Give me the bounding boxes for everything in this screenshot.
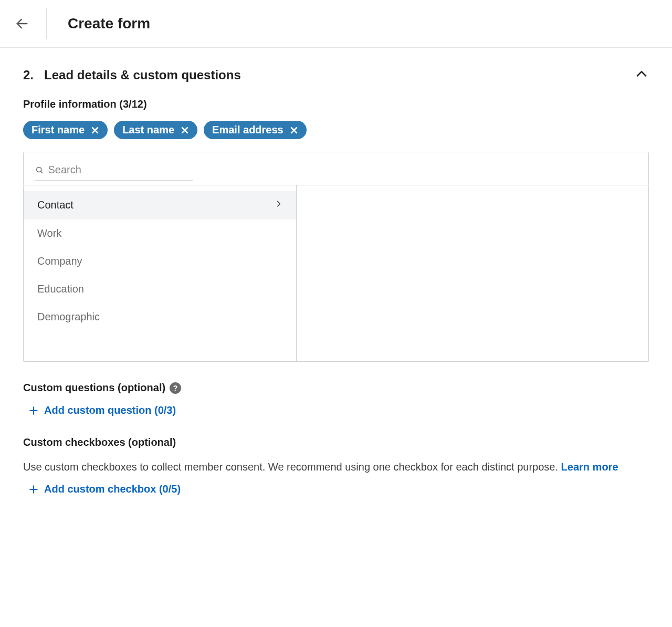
category-item-demographic[interactable]: Demographic bbox=[24, 303, 296, 331]
plus-icon bbox=[28, 405, 39, 416]
page-title: Create form bbox=[68, 15, 150, 32]
search-box bbox=[23, 152, 649, 185]
category-label: Work bbox=[37, 227, 61, 239]
arrow-left-icon bbox=[15, 16, 29, 31]
category-label: Contact bbox=[37, 199, 74, 211]
custom-checkboxes-description-text: Use custom checkboxes to collect member … bbox=[23, 461, 561, 473]
chip-label: First name bbox=[32, 124, 85, 136]
close-icon bbox=[91, 126, 99, 134]
page-header: Create form bbox=[0, 0, 672, 47]
chip-first-name[interactable]: First name bbox=[23, 121, 108, 139]
section-body: Profile information (3/12) First name La… bbox=[0, 98, 672, 516]
search-icon bbox=[35, 165, 44, 175]
section-title-text: Lead details & custom questions bbox=[44, 68, 241, 82]
add-custom-checkbox-button[interactable]: Add custom checkbox (0/5) bbox=[28, 483, 649, 495]
plus-icon bbox=[28, 484, 39, 495]
chip-last-name[interactable]: Last name bbox=[114, 121, 197, 139]
chip-remove-button[interactable] bbox=[290, 126, 298, 134]
collapse-icon[interactable] bbox=[634, 67, 649, 83]
search-row bbox=[35, 162, 193, 181]
chip-row: First name Last name Email address bbox=[23, 121, 649, 139]
back-button[interactable] bbox=[13, 14, 32, 33]
category-label: Education bbox=[37, 283, 84, 295]
custom-questions-heading: Custom questions (optional) ? bbox=[23, 382, 649, 394]
category-item-contact[interactable]: Contact bbox=[24, 191, 296, 220]
section-header[interactable]: 2. Lead details & custom questions bbox=[0, 48, 672, 98]
chevron-up-icon bbox=[634, 67, 649, 81]
chip-label: Last name bbox=[122, 124, 174, 136]
close-icon bbox=[181, 126, 189, 134]
custom-checkboxes-heading: Custom checkboxes (optional) bbox=[23, 436, 649, 448]
chip-remove-button[interactable] bbox=[91, 126, 99, 134]
category-label: Demographic bbox=[37, 311, 100, 323]
custom-checkboxes-block: Custom checkboxes (optional) Use custom … bbox=[23, 436, 649, 495]
add-custom-checkbox-label: Add custom checkbox (0/5) bbox=[44, 483, 181, 495]
close-icon bbox=[290, 126, 298, 134]
category-item-company[interactable]: Company bbox=[24, 247, 296, 275]
custom-questions-heading-text: Custom questions (optional) bbox=[23, 382, 165, 394]
section-number: 2. bbox=[23, 68, 34, 82]
category-detail bbox=[297, 185, 648, 361]
category-panel: Contact Work Company Education Demograph… bbox=[23, 185, 649, 362]
header-divider bbox=[46, 8, 47, 39]
profile-info-heading: Profile information (3/12) bbox=[23, 98, 649, 110]
category-label: Company bbox=[37, 255, 82, 267]
svg-line-8 bbox=[41, 171, 43, 173]
chip-remove-button[interactable] bbox=[181, 126, 189, 134]
category-item-education[interactable]: Education bbox=[24, 275, 296, 303]
section-title: 2. Lead details & custom questions bbox=[23, 68, 241, 82]
chip-label: Email address bbox=[212, 124, 284, 136]
category-list: Contact Work Company Education Demograph… bbox=[24, 185, 297, 361]
add-custom-question-button[interactable]: Add custom question (0/3) bbox=[28, 404, 649, 416]
category-item-work[interactable]: Work bbox=[24, 220, 296, 247]
learn-more-link[interactable]: Learn more bbox=[561, 461, 618, 473]
help-icon[interactable]: ? bbox=[170, 382, 181, 394]
content: 2. Lead details & custom questions Profi… bbox=[0, 47, 672, 516]
chip-email-address[interactable]: Email address bbox=[204, 121, 307, 139]
search-input[interactable] bbox=[48, 162, 193, 178]
custom-checkboxes-description: Use custom checkboxes to collect member … bbox=[23, 459, 649, 475]
chevron-right-icon bbox=[275, 198, 282, 212]
add-custom-question-label: Add custom question (0/3) bbox=[44, 404, 176, 416]
custom-questions-block: Custom questions (optional) ? Add custom… bbox=[23, 382, 649, 416]
